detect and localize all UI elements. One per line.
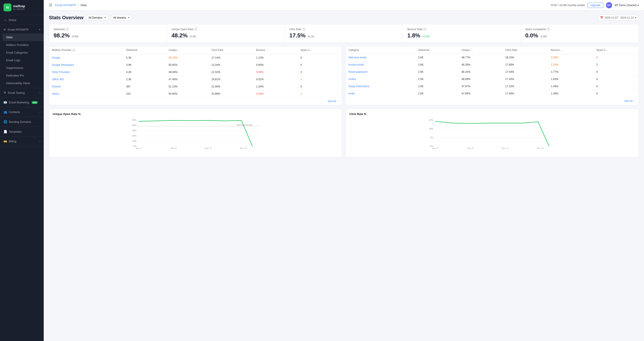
usage-text: 70.5K / 10.0M monthly emails xyxy=(550,4,585,7)
delivered-delta: -0.0% xyxy=(72,35,78,38)
mailbox-see-all-link[interactable]: See All → xyxy=(328,100,339,103)
svg-text:Nov 7: Nov 7 xyxy=(432,147,438,149)
unique-open-label: Unique Open Rate ? xyxy=(172,28,280,31)
mailbox-provider-link-0[interactable]: Google xyxy=(52,56,60,59)
provider-info-icon[interactable]: ? xyxy=(72,49,75,52)
cat-spam-5: 0 xyxy=(594,90,638,97)
click-rate-info-icon[interactable]: ? xyxy=(302,28,306,31)
cat-unique-2: 48.16% xyxy=(459,68,502,76)
mailbox-spam-1: 0 xyxy=(298,61,342,68)
col-spam: Spam C... xyxy=(298,46,342,54)
spam-value: 0.0% -0.0% xyxy=(525,32,634,39)
unique-open-delta: -0.2% xyxy=(189,35,196,38)
category-see-all-link[interactable]: See All → xyxy=(624,100,636,102)
topbar-actions: 70.5K / 10.0M monthly emails Upgrade MT … xyxy=(550,2,639,8)
billing-chevron: › xyxy=(40,140,40,142)
category-link-5[interactable]: Invite xyxy=(348,92,355,95)
mailbox-provider-link-4[interactable]: Outlook xyxy=(52,85,61,88)
sidebar-item-stats[interactable]: Stats xyxy=(2,34,44,41)
open-rate-chart-title: Unique Open Rate % xyxy=(53,112,338,116)
billing-icon: 💳 xyxy=(4,140,7,143)
sidebar-item-sending-domains[interactable]: 🌐 Sending Domains xyxy=(0,118,44,126)
category-header-row: Category Delivered Unique ... Click Rate… xyxy=(346,46,638,54)
sidebar-contacts-section: 👥 Contacts › xyxy=(0,107,44,117)
col-bounce: Bounce ... xyxy=(254,46,298,54)
sidebar-item-home[interactable]: ⌂ Home xyxy=(0,16,44,24)
category-table-card: Category Delivered Unique ... Click Rate… xyxy=(346,46,639,105)
svg-text:Nov 13: Nov 13 xyxy=(240,147,247,149)
sidebar-item-mailbox-providers[interactable]: Mailbox Providers xyxy=(2,41,44,49)
category-link-3[interactable]: Invites xyxy=(348,78,356,81)
mailbox-row-2: Other Providers 3.2K 49.08% 21.52% 5.05%… xyxy=(49,68,342,76)
contacts-chevron: › xyxy=(40,111,40,113)
cat-bounce-1: 2.24% xyxy=(548,61,594,68)
mailbox-provider-link-1[interactable]: Google Workspace xyxy=(52,64,74,66)
user-menu[interactable]: MT Demo (shared) ▾ xyxy=(615,4,639,7)
cat-spam-2: 0 xyxy=(594,68,638,76)
click-rate-svg: 15% 10% 5% 0% Nov 7 xyxy=(349,118,635,149)
sidebar-logs-label: Email Logs xyxy=(6,58,20,62)
sidebar-email-api[interactable]: ✉ Email API/SMTP ▾ xyxy=(0,26,44,34)
sidebar-email-testing[interactable]: ⚗ Email Testing › xyxy=(0,89,44,96)
mailbox-row-4: Outlook 397 51.13% 21.66% 1.24% 0 xyxy=(49,83,342,90)
mailbox-bounce-4: 1.24% xyxy=(254,83,298,90)
click-rate-label: Click Rate ? xyxy=(290,28,398,31)
mailbox-click-0: 17.14% xyxy=(209,54,254,61)
spam-info-icon[interactable]: ? xyxy=(547,28,550,31)
hamburger-icon[interactable]: ☰ xyxy=(49,3,52,7)
click-rate-chart-area: 15% 10% 5% 0% Nov 7 xyxy=(349,118,635,153)
sidebar-marketing-section: 📧 Email Marketing new xyxy=(0,98,44,107)
logo-sub: by railsware xyxy=(13,8,25,10)
sidebar-contacts[interactable]: 👥 Contacts › xyxy=(0,108,44,116)
calendar-icon: 📅 xyxy=(600,16,603,19)
sidebar-email-marketing[interactable]: 📧 Email Marketing new xyxy=(0,98,44,106)
bounce-rate-delta: +0.0% xyxy=(422,35,429,38)
contacts-icon: 👥 xyxy=(4,110,7,114)
svg-text:40%: 40% xyxy=(132,124,136,126)
cat-click-0: 18.10% xyxy=(502,54,548,61)
sidebar-item-deliverability-alerts[interactable]: Deliverability Alerts xyxy=(2,79,44,87)
templates-icon: 📄 xyxy=(4,130,7,133)
col-cat-bounce: Bounce ... xyxy=(548,46,594,54)
sidebar-item-email-categories[interactable]: Email Categories xyxy=(2,49,44,56)
page-title: Stats Overview xyxy=(49,15,84,20)
sidebar-templates-section: 📄 Templates xyxy=(0,127,44,136)
sidebar-domains-section: 🌐 Sending Domains xyxy=(0,117,44,127)
unique-open-info-icon[interactable]: ? xyxy=(194,28,197,31)
category-link-1[interactable]: Invoice email xyxy=(348,63,364,66)
delivered-card: Delivered ? 98.2% -0.0% xyxy=(49,24,167,42)
category-link-2[interactable]: Reset password xyxy=(348,70,367,74)
sidebar-item-email-logs[interactable]: Email Logs xyxy=(2,56,44,64)
sidebar-item-dedicated-ips[interactable]: Dedicated IPs xyxy=(2,72,44,79)
stream-selector[interactable]: All streams xyxy=(111,15,132,20)
domain-selector[interactable]: All Domains xyxy=(86,15,108,20)
svg-text:10%: 10% xyxy=(132,140,136,142)
summary-cards: Delivered ? 98.2% -0.0% Unique Open Rate… xyxy=(49,24,639,42)
click-rate-delta: -0.1% xyxy=(307,35,314,38)
mailbox-provider-link-5[interactable]: Yahoo xyxy=(52,92,59,95)
sidebar-item-templates[interactable]: 📄 Templates xyxy=(0,128,44,136)
spam-card: Spam Complaints ? 0.0% -0.0% xyxy=(521,24,638,42)
svg-text:30%: 30% xyxy=(132,130,136,132)
breadcrumb-link[interactable]: Email API/SMTP xyxy=(55,4,76,7)
sidebar-item-suppressions[interactable]: Suppressions xyxy=(2,64,44,72)
sidebar-templates-label: Templates xyxy=(9,130,22,133)
mailbox-spam-0: 0 xyxy=(298,54,342,61)
mailbox-click-3: 18.81% xyxy=(209,76,254,83)
sidebar-billing[interactable]: 💳 Billing › xyxy=(0,138,44,145)
upgrade-button[interactable]: Upgrade xyxy=(588,2,603,8)
mailbox-provider-link-3[interactable]: Office 365 xyxy=(52,78,64,81)
tables-section: Mailbox Provider ? Delivered Unique ... … xyxy=(49,46,639,105)
mailbox-provider-link-2[interactable]: Other Providers xyxy=(52,70,70,74)
cat-click-4: 17.22% xyxy=(502,83,548,90)
category-link-4[interactable]: Setup Instructions xyxy=(348,85,370,88)
bounce-rate-info-icon[interactable]: ? xyxy=(424,28,426,31)
mailbox-delivered-3: 2.3K xyxy=(124,76,166,83)
svg-text:15%: 15% xyxy=(429,119,433,121)
sidebar-billing-label: Billing xyxy=(9,140,16,143)
delivered-info-icon[interactable]: ? xyxy=(66,28,69,31)
date-range-picker[interactable]: 📅 2024-11-07 - 2024-11-14 ▾ xyxy=(598,15,639,20)
open-rate-svg: 50% 40% 30% 20% 10% 0% xyxy=(53,118,338,149)
svg-text:Nov 9: Nov 9 xyxy=(467,147,473,149)
category-link-0[interactable]: Welcome email xyxy=(348,56,366,59)
